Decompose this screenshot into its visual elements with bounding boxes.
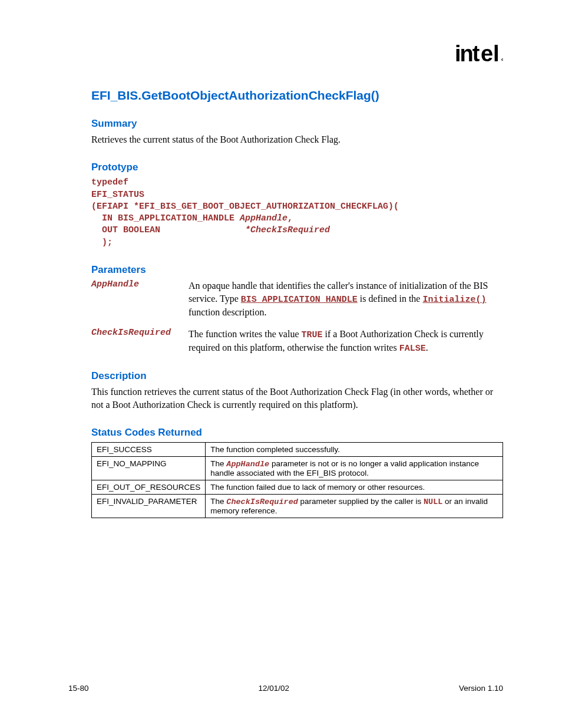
- proto-line: EFI_STATUS: [91, 189, 503, 201]
- status-desc: The CheckIsRequired parameter supplied b…: [206, 495, 503, 518]
- table-row: EFI_NO_MAPPING The AppHandle parameter i…: [92, 457, 503, 480]
- prototype-code: typedef EFI_STATUS (EFIAPI *EFI_BIS_GET_…: [91, 177, 503, 249]
- intel-logo: int e l R: [455, 42, 503, 67]
- table-row: EFI_INVALID_PARAMETER The CheckIsRequire…: [92, 495, 503, 518]
- type-link[interactable]: BIS_APPLICATION_HANDLE: [241, 295, 358, 305]
- status-codes-table: EFI_SUCCESS The function completed succe…: [91, 442, 503, 518]
- table-row: EFI_SUCCESS The function completed succe…: [92, 443, 503, 457]
- param-name: AppHandle: [91, 279, 189, 319]
- proto-line: );: [91, 237, 503, 249]
- status-code: EFI_NO_MAPPING: [92, 457, 206, 480]
- proto-line: OUT BOOLEAN *CheckIsRequired: [91, 225, 503, 236]
- svg-text:int: int: [455, 42, 480, 66]
- function-name-heading: EFI_BIS.GetBootObjectAuthorizationCheckF…: [91, 88, 503, 103]
- table-row: EFI_OUT_OF_RESOURCES The function failed…: [92, 480, 503, 495]
- proto-line: IN BIS_APPLICATION_HANDLE AppHandle,: [91, 213, 503, 225]
- status-desc: The function completed successfully.: [206, 443, 503, 457]
- param-row: CheckIsRequired The function writes the …: [91, 328, 503, 355]
- summary-heading: Summary: [91, 118, 503, 130]
- description-text: This function retrieves the current stat…: [91, 386, 503, 412]
- parameters-heading: Parameters: [91, 264, 503, 276]
- status-code: EFI_OUT_OF_RESOURCES: [92, 480, 206, 495]
- status-code: EFI_SUCCESS: [92, 443, 206, 457]
- status-desc: The function failed due to lack of memor…: [206, 480, 503, 495]
- param-desc: The function writes the value TRUE if a …: [189, 328, 503, 355]
- page-footer: 15-80 12/01/02 Version 1.10: [68, 684, 503, 693]
- svg-rect-4: [495, 47, 498, 61]
- status-desc: The AppHandle parameter is not or is no …: [206, 457, 503, 480]
- proto-line: (EFIAPI *EFI_BIS_GET_BOOT_OBJECT_AUTHORI…: [91, 201, 503, 213]
- param-row: AppHandle An opaque handle that identifi…: [91, 279, 503, 319]
- proto-line: typedef: [91, 177, 503, 189]
- param-desc: An opaque handle that identifies the cal…: [189, 279, 503, 319]
- status-codes-heading: Status Codes Returned: [91, 427, 503, 439]
- description-heading: Description: [91, 370, 503, 382]
- svg-text:R: R: [501, 59, 503, 61]
- footer-date: 12/01/02: [258, 684, 289, 693]
- prototype-heading: Prototype: [91, 162, 503, 173]
- svg-text:e: e: [481, 42, 493, 66]
- param-name: CheckIsRequired: [91, 328, 189, 355]
- footer-version: Version 1.10: [459, 684, 503, 693]
- footer-page-number: 15-80: [68, 684, 89, 693]
- status-code: EFI_INVALID_PARAMETER: [92, 495, 206, 518]
- summary-text: Retrieves the current status of the Boot…: [91, 133, 503, 146]
- parameters-list: AppHandle An opaque handle that identifi…: [91, 279, 503, 355]
- function-link[interactable]: Initialize(): [422, 295, 486, 305]
